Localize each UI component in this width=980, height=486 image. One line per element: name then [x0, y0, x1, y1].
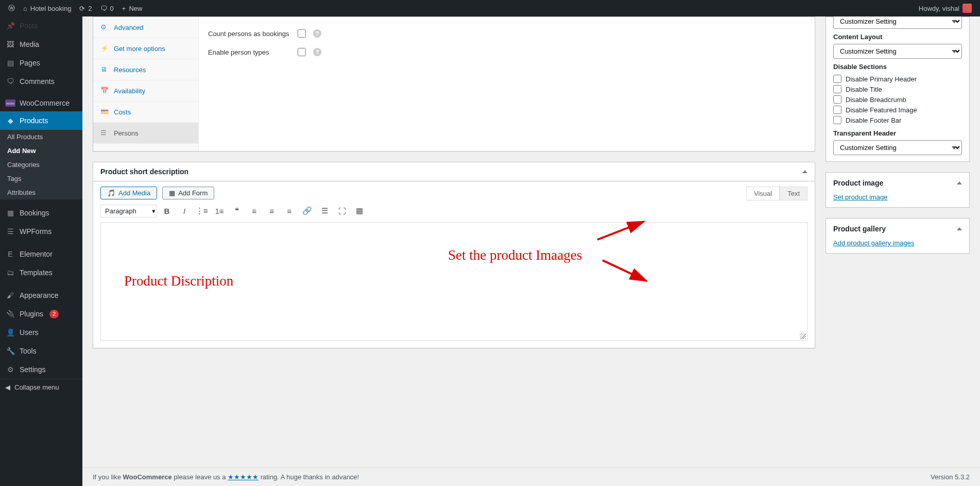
- settings-icon: ⚙: [5, 364, 15, 375]
- site-link[interactable]: ⌂ Hotel booking: [19, 0, 75, 16]
- menu-products[interactable]: ◆Products: [0, 111, 82, 130]
- menu-posts[interactable]: 📌Posts: [0, 16, 82, 35]
- tab-label: Advanced: [114, 24, 144, 31]
- menu-pages[interactable]: ▤Pages: [0, 54, 82, 72]
- form-icon: ▦: [169, 189, 175, 197]
- resize-handle[interactable]: [800, 333, 806, 339]
- updates-count: 2: [88, 5, 92, 12]
- archive-icon: ◆: [5, 115, 15, 126]
- submenu-tags[interactable]: Tags: [0, 172, 82, 186]
- pages-icon: ▤: [5, 58, 15, 68]
- woo-icon: woo: [5, 99, 15, 107]
- admin-bar: ⓦ ⌂ Hotel booking ⟳ 2 🗨 0 + New Howdy, v…: [0, 0, 980, 16]
- tab-costs[interactable]: 💳Costs: [93, 102, 198, 123]
- toggle-handle[interactable]: [957, 181, 962, 185]
- tab-persons[interactable]: ☰Persons: [93, 123, 198, 144]
- submenu-attributes[interactable]: Attributes: [0, 186, 82, 199]
- tools-icon: 🔧: [5, 346, 15, 356]
- editor-textarea[interactable]: [100, 222, 807, 341]
- add-media-button[interactable]: 🎵Add Media: [100, 187, 157, 199]
- avatar: [962, 4, 972, 13]
- content-layout-select[interactable]: Customizer Setting: [833, 44, 962, 59]
- align-center-button[interactable]: ≡: [264, 204, 280, 218]
- disable-footer-bar-checkbox[interactable]: [833, 116, 841, 124]
- content-area: ⚙Advanced ⚡Get more options 🖥Resources 📅…: [82, 16, 980, 390]
- disable-featured-image-checkbox[interactable]: [833, 106, 841, 114]
- tab-resources[interactable]: 🖥Resources: [93, 59, 198, 80]
- set-product-image-link[interactable]: Set product image: [833, 193, 888, 201]
- disable-title-checkbox[interactable]: [833, 85, 841, 93]
- align-right-button[interactable]: ≡: [282, 204, 297, 218]
- comment-icon: 🗨: [100, 5, 107, 12]
- paragraph-select[interactable]: Paragraph▾: [100, 205, 157, 217]
- menu-bookings[interactable]: ▦Bookings: [0, 204, 82, 222]
- collapse-menu[interactable]: ◀Collapse menu: [0, 379, 82, 390]
- menu-plugins[interactable]: 🔌Plugins2: [0, 305, 82, 323]
- menu-appearance[interactable]: 🖌Appearance: [0, 286, 82, 305]
- users-icon: 👤: [5, 327, 15, 338]
- checkbox-label: Disable Featured Image: [846, 106, 917, 114]
- number-list-button[interactable]: 1≡: [212, 204, 227, 218]
- comments-link[interactable]: 🗨 0: [96, 0, 118, 16]
- menu-users[interactable]: 👤Users: [0, 323, 82, 342]
- submenu-add-new[interactable]: Add New: [0, 144, 82, 158]
- menu-label: Settings: [20, 365, 46, 374]
- checkbox-label: Disable Primary Header: [846, 75, 917, 83]
- toolbar-toggle-button[interactable]: ▦: [352, 204, 367, 218]
- bolt-icon: ⚡: [100, 44, 109, 53]
- bullet-list-button[interactable]: ⋮≡: [194, 204, 210, 218]
- disable-primary-header-checkbox[interactable]: [833, 75, 841, 83]
- select-label: Paragraph: [105, 207, 136, 215]
- quote-button[interactable]: ❝: [229, 204, 245, 218]
- menu-settings[interactable]: ⚙Settings: [0, 360, 82, 379]
- help-icon[interactable]: ?: [313, 48, 321, 56]
- align-left-button[interactable]: ≡: [247, 204, 262, 218]
- product-data-panel: Count persons as bookings ? Enable perso…: [199, 17, 815, 151]
- menu-label: WooCommerce: [20, 99, 70, 107]
- read-more-button[interactable]: ☰: [317, 204, 332, 218]
- templates-icon: 🗂: [5, 267, 15, 278]
- menu-templates[interactable]: 🗂Templates: [0, 263, 82, 282]
- new-content-link[interactable]: + New: [118, 0, 147, 16]
- tab-label: Availability: [114, 87, 145, 95]
- submenu-all-products[interactable]: All Products: [0, 130, 82, 144]
- checkbox-label: Disable Breadcrumb: [846, 96, 906, 104]
- menu-label: Tools: [20, 347, 37, 355]
- toggle-handle[interactable]: [802, 170, 807, 173]
- media-icon: 🖼: [5, 39, 15, 49]
- submenu-categories[interactable]: Categories: [0, 158, 82, 172]
- menu-woocommerce[interactable]: wooWooCommerce: [0, 95, 82, 111]
- add-form-button[interactable]: ▦Add Form: [162, 187, 214, 199]
- howdy-link[interactable]: Howdy, vishal: [915, 0, 976, 16]
- tab-get-more[interactable]: ⚡Get more options: [93, 38, 198, 59]
- content-layout-label: Content Layout: [833, 33, 962, 41]
- menu-comments[interactable]: 🗨Comments: [0, 72, 82, 91]
- toggle-handle[interactable]: [957, 227, 962, 230]
- menu-tools[interactable]: 🔧Tools: [0, 342, 82, 360]
- add-gallery-images-link[interactable]: Add product gallery images: [833, 239, 915, 247]
- transparent-header-select[interactable]: Customizer Setting: [833, 140, 962, 155]
- text-tab[interactable]: Text: [780, 187, 807, 200]
- menu-elementor[interactable]: EElementor: [0, 245, 82, 263]
- disable-breadcrumb-checkbox[interactable]: [833, 95, 841, 104]
- visual-tab[interactable]: Visual: [746, 187, 780, 200]
- fullscreen-button[interactable]: ⛶: [334, 204, 350, 218]
- bold-button[interactable]: B: [159, 204, 175, 218]
- count-persons-checkbox[interactable]: [298, 29, 306, 38]
- calendar-icon: 📅: [100, 87, 109, 95]
- tab-availability[interactable]: 📅Availability: [93, 80, 198, 102]
- help-icon[interactable]: ?: [313, 29, 321, 38]
- link-button[interactable]: 🔗: [299, 204, 315, 218]
- menu-media[interactable]: 🖼Media: [0, 35, 82, 54]
- tab-advanced[interactable]: ⚙Advanced: [93, 17, 198, 38]
- enable-types-checkbox[interactable]: [298, 48, 306, 56]
- wp-logo[interactable]: ⓦ: [4, 0, 19, 16]
- menu-label: Products: [20, 116, 48, 125]
- menu-wpforms[interactable]: ☰WPForms: [0, 222, 82, 241]
- tab-label: Persons: [114, 129, 139, 137]
- updates-link[interactable]: ⟳ 2: [75, 0, 96, 16]
- home-icon: ⌂: [23, 5, 27, 12]
- italic-button[interactable]: I: [177, 204, 192, 218]
- site-name: Hotel booking: [30, 5, 72, 12]
- postbox-header: Product short description: [93, 162, 815, 181]
